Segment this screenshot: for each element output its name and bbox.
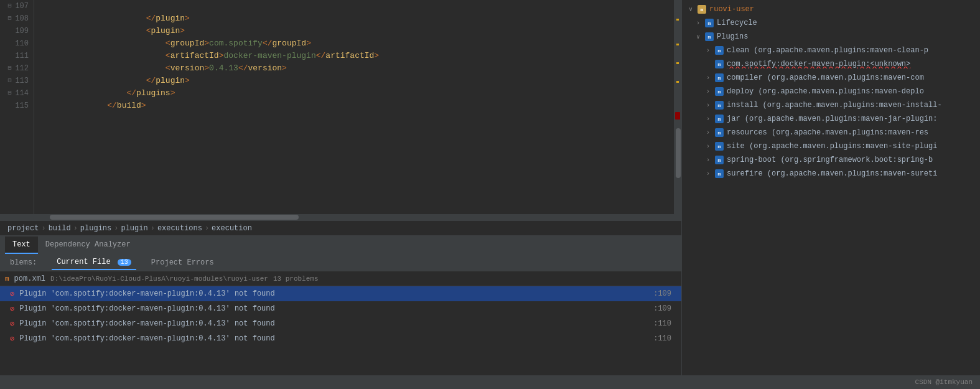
tree-icon-site: m	[714, 141, 724, 151]
tree-icon-clean: m	[714, 45, 724, 55]
tree-clean-label: clean (org.apache.maven.plugins:maven-cl…	[727, 46, 975, 55]
tree-site-label: site (org.apache.maven.plugins:maven-sit…	[727, 142, 975, 151]
line-num-113: ⊟ 113	[5, 75, 29, 87]
tab-dependency-analyzer[interactable]: Dependency Analyzer	[38, 237, 138, 254]
tree-item-clean[interactable]: › m clean (org.apache.maven.plugins:mave…	[682, 44, 980, 57]
line-num-111: 111	[5, 50, 29, 62]
problem-line-0: :109	[653, 289, 671, 298]
scroll-thumb[interactable]	[676, 128, 681, 178]
problem-line-3: :110	[653, 334, 671, 343]
tree-item-compiler[interactable]: › m compiler (org.apache.maven.plugins:m…	[682, 71, 980, 85]
fold-icon-107[interactable]: ⊟	[6, 3, 12, 9]
tree-arrow-root: ∨	[687, 6, 694, 13]
problems-header: blems: Current File 13 Project Errors	[0, 254, 681, 271]
tree-arrow-site: ›	[704, 143, 712, 150]
svg-text:m: m	[718, 157, 721, 163]
svg-text:m: m	[718, 89, 721, 95]
tree-item-spotify[interactable]: › m com.spotify:docker-maven-plugin:<unk…	[682, 57, 980, 71]
problem-text-0: Plugin 'com.spotify:docker-maven-plugin:…	[19, 289, 648, 298]
tree-item-resources[interactable]: › m resources (org.apache.maven.plugins:…	[682, 126, 980, 139]
tree-arrow-spring-boot: ›	[704, 156, 712, 164]
problem-row-0[interactable]: ⊘ Plugin 'com.spotify:docker-maven-plugi…	[0, 286, 681, 301]
breadcrumb-execution[interactable]: execution	[212, 224, 252, 233]
tree-root-ruovi-user[interactable]: ∨ m ruovi-user	[682, 2, 980, 16]
code-lines[interactable]: </plugin> <plugin> <groupId>com.spotify<…	[34, 0, 674, 214]
h-scroll-thumb[interactable]	[50, 215, 299, 220]
tab-project-errors[interactable]: Project Errors	[146, 256, 219, 269]
fold-icon-114[interactable]: ⊟	[6, 90, 12, 96]
line-num-109: 109	[5, 25, 29, 37]
tree-item-plugins[interactable]: ∨ m Plugins	[682, 30, 980, 44]
tree-item-site[interactable]: › m site (org.apache.maven.plugins:maven…	[682, 139, 980, 153]
fold-icon-112[interactable]: ⊟	[6, 65, 12, 72]
svg-text:m: m	[718, 171, 721, 177]
editor-scrollbar[interactable]	[674, 0, 681, 214]
scroll-marker-4	[676, 81, 679, 83]
line-numbers: ⊟ 107 ⊟ 108 109 110 111	[0, 0, 34, 214]
tree-item-lifecycle[interactable]: › m Lifecycle	[682, 16, 980, 30]
fold-icon-113[interactable]: ⊟	[6, 78, 12, 84]
line-num-115: 115	[5, 100, 29, 112]
maven-tree: ∨ m ruovi-user › m Lifec	[682, 0, 980, 375]
tree-lifecycle-label: Lifecycle	[717, 19, 975, 27]
breadcrumb-executions[interactable]: executions	[157, 224, 202, 233]
error-icon-0: ⊘	[10, 289, 14, 299]
tree-item-surefire[interactable]: › m surefire (org.apache.maven.plugins:m…	[682, 167, 980, 180]
tree-icon-jar: m	[714, 114, 724, 124]
svg-text:m: m	[701, 7, 704, 12]
tree-item-jar[interactable]: › m jar (org.apache.maven.plugins:maven-…	[682, 112, 980, 126]
editor-panel: ⊟ 107 ⊟ 108 109 110 111	[0, 0, 681, 375]
tree-icon-install: m	[714, 100, 724, 110]
tab-text[interactable]: Text	[5, 237, 38, 254]
tree-icon-surefire: m	[714, 169, 724, 179]
tree-icon-compiler: m	[714, 73, 724, 83]
tree-item-spring-boot[interactable]: › m spring-boot (org.springframework.boo…	[682, 153, 980, 167]
error-icon-2: ⊘	[10, 319, 14, 329]
breadcrumb: project › build › plugins › plugin › exe…	[0, 220, 681, 235]
tab-problems[interactable]: blems:	[5, 256, 42, 269]
tree-icon-plugins: m	[704, 32, 714, 42]
line-num-108: ⊟ 108	[5, 12, 29, 25]
error-icon-3: ⊘	[10, 334, 14, 344]
error-icon-1: ⊘	[10, 304, 14, 314]
svg-text:m: m	[718, 75, 721, 81]
problem-text-1: Plugin 'com.spotify:docker-maven-plugin:…	[19, 304, 648, 313]
tab-current-file[interactable]: Current File 13	[52, 255, 136, 270]
tree-arrow-surefire: ›	[704, 170, 712, 177]
current-file-badge: 13	[118, 259, 131, 266]
svg-text:m: m	[718, 116, 721, 122]
problems-count: 13 problems	[273, 275, 319, 283]
problems-file-row: m pom.xml D:\ideaPro\RuoYi-Cloud-PlusA\r…	[0, 271, 681, 286]
tree-install-label: install (org.apache.maven.plugins:maven-…	[727, 101, 975, 110]
tree-compiler-label: compiler (org.apache.maven.plugins:maven…	[727, 73, 975, 82]
breadcrumb-project[interactable]: project	[7, 224, 39, 233]
tree-icon-lifecycle: m	[704, 18, 714, 28]
problem-row-2[interactable]: ⊘ Plugin 'com.spotify:docker-maven-plugi…	[0, 316, 681, 331]
svg-text:m: m	[718, 48, 721, 54]
maven-panel: ∨ m ruovi-user › m Lifec	[681, 0, 980, 375]
tree-arrow-clean: ›	[704, 47, 712, 54]
tree-arrow-plugins: ∨	[694, 33, 702, 40]
breadcrumb-plugin[interactable]: plugin	[121, 224, 147, 233]
problem-list: ⊘ Plugin 'com.spotify:docker-maven-plugi…	[0, 286, 681, 375]
tree-arrow-jar: ›	[704, 115, 712, 123]
fold-icon-108[interactable]: ⊟	[6, 16, 12, 22]
tree-item-deploy[interactable]: › m deploy (org.apache.maven.plugins:mav…	[682, 85, 980, 98]
line-num-112: ⊟ 112	[5, 62, 29, 75]
problem-text-2: Plugin 'com.spotify:docker-maven-plugin:…	[19, 319, 648, 328]
tree-surefire-label: surefire (org.apache.maven.plugins:maven…	[727, 169, 975, 178]
problem-row-1[interactable]: ⊘ Plugin 'com.spotify:docker-maven-plugi…	[0, 301, 681, 316]
tree-icon-spotify: m	[714, 59, 724, 69]
breadcrumb-build[interactable]: build	[49, 224, 71, 233]
breadcrumb-plugins[interactable]: plugins	[80, 224, 111, 233]
code-container: ⊟ 107 ⊟ 108 109 110 111	[0, 0, 681, 214]
tree-item-install[interactable]: › m install (org.apache.maven.plugins:ma…	[682, 98, 980, 112]
horizontal-scrollbar[interactable]	[0, 214, 681, 220]
bottom-tabs-bar: Text Dependency Analyzer	[0, 235, 681, 254]
svg-text:m: m	[718, 144, 721, 149]
svg-text:m: m	[718, 103, 721, 108]
tree-root-label: ruovi-user	[709, 5, 975, 14]
svg-text:m: m	[718, 130, 721, 136]
problem-row-3[interactable]: ⊘ Plugin 'com.spotify:docker-maven-plugi…	[0, 331, 681, 346]
problem-line-1: :109	[653, 304, 671, 313]
